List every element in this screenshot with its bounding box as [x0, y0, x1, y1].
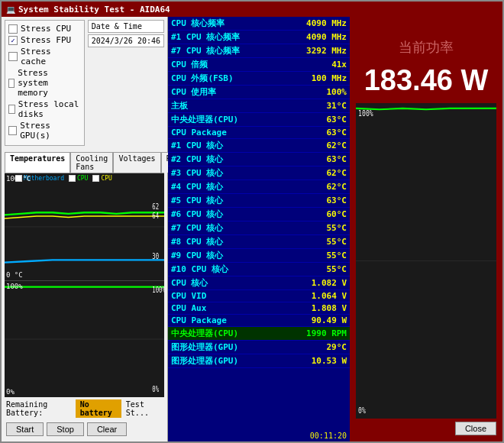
- svg-text:62: 62: [152, 201, 159, 211]
- row-label: #5 CPU 核心: [168, 194, 280, 208]
- row-label: #10 CPU 核心: [168, 263, 280, 276]
- legend-cpu1-label: CPU: [77, 175, 88, 182]
- table-row: CPU 外频(FSB)100 MHz: [168, 72, 350, 86]
- row-value: 1.082 V: [280, 276, 350, 290]
- row-label: CPU VID: [168, 290, 280, 302]
- row-label: #7 CPU 核心: [168, 222, 280, 235]
- stress-gpu-row[interactable]: Stress GPU(s): [8, 121, 81, 141]
- table-row: #3 CPU 核心62°C: [168, 167, 350, 180]
- legend-cpu2-label: CPU: [101, 175, 111, 182]
- temperature-graph: ✓ Motherboard ✓ CPU ✓ CPU 100 °C 0 °C: [5, 173, 164, 281]
- stress-disks-label: Stress local disks: [18, 99, 81, 119]
- row-label: #3 CPU 核心: [168, 167, 280, 180]
- table-row: 中央处理器(CPU)1990 RPM: [168, 327, 350, 341]
- stress-cpu-row[interactable]: Stress CPU: [8, 24, 81, 34]
- table-row: #5 CPU 核心63°C: [168, 194, 350, 208]
- row-value: 100%: [280, 86, 350, 99]
- table-row: #2 CPU 核心63°C: [168, 153, 350, 167]
- app-icon: 💻: [6, 5, 15, 14]
- stress-memory-label: Stress system memory: [18, 68, 80, 98]
- row-value: 31°C: [280, 99, 350, 113]
- row-label: 中央处理器(CPU): [168, 113, 280, 127]
- row-value: 3292 MHz: [280, 44, 350, 58]
- row-value: 1.064 V: [280, 290, 350, 302]
- stress-fpu-row[interactable]: Stress FPU: [8, 35, 81, 45]
- row-label: 主板: [168, 99, 280, 113]
- stress-cpu-checkbox[interactable]: [8, 24, 18, 34]
- usage-graph-svg: 100% 0%: [5, 281, 164, 397]
- window-title: System Stability Test - AIDA64: [18, 5, 170, 15]
- date-time-label: Date & Time: [88, 20, 164, 33]
- start-button[interactable]: Start: [6, 422, 44, 436]
- row-label: CPU 使用率: [168, 86, 280, 99]
- table-row: #1 CPU 核心频率4090 MHz: [168, 31, 350, 44]
- graph2-top-label: 100%: [6, 283, 23, 290]
- stress-disks-row[interactable]: Stress local disks: [8, 99, 81, 119]
- table-row: CPU Package63°C: [168, 127, 350, 139]
- table-row: CPU 使用率100%: [168, 86, 350, 99]
- legend-cpu1: ✓ CPU: [69, 175, 88, 182]
- power-label: 当前功率: [399, 38, 454, 57]
- table-row: CPU Package90.49 W: [168, 315, 350, 327]
- stress-fpu-checkbox[interactable]: [8, 36, 18, 45]
- table-row: CPU 倍频41x: [168, 58, 350, 72]
- clear-button[interactable]: Clear: [87, 422, 127, 436]
- stress-disks-checkbox[interactable]: [8, 105, 15, 114]
- row-value: 4090 MHz: [280, 31, 350, 44]
- data-panel: CPU 核心频率4090 MHz#1 CPU 核心频率4090 MHz#7 CP…: [168, 17, 350, 441]
- row-label: #1 CPU 核心频率: [168, 31, 280, 44]
- table-row: CPU 核心1.082 V: [168, 276, 350, 290]
- table-row: CPU VID1.064 V: [168, 290, 350, 302]
- row-label: #7 CPU 核心频率: [168, 44, 280, 58]
- row-value: 29°C: [280, 341, 350, 354]
- stress-gpu-checkbox[interactable]: [8, 126, 17, 135]
- timer-bottom: 00:11:20: [168, 430, 350, 441]
- date-time-value: 2024/3/26 20:46: [88, 34, 164, 47]
- legend-cpu2-cb[interactable]: ✓: [92, 175, 99, 182]
- stress-memory-row[interactable]: Stress system memory: [8, 68, 81, 98]
- title-bar: 💻 System Stability Test - AIDA64: [2, 2, 502, 17]
- power-value: 183.46 W: [364, 64, 489, 97]
- row-label: #6 CPU 核心: [168, 208, 280, 222]
- row-label: #8 CPU 核心: [168, 235, 280, 249]
- row-value: 62°C: [280, 180, 350, 194]
- graph1-top-label: 100 °C: [6, 175, 31, 183]
- row-value: 100 MHz: [280, 72, 350, 86]
- tab-voltages[interactable]: Voltages: [113, 152, 160, 173]
- tabs-row: Temperatures Cooling Fans Voltages Power…: [5, 152, 164, 173]
- stress-cache-row[interactable]: Stress cache: [8, 47, 81, 66]
- tab-cooling-fans[interactable]: Cooling Fans: [70, 152, 113, 173]
- row-value: 10.53 W: [280, 354, 350, 368]
- tab-temperatures[interactable]: Temperatures: [5, 152, 70, 173]
- row-label: CPU Aux: [168, 302, 280, 315]
- row-value: 60°C: [280, 208, 350, 222]
- row-label: 图形处理器(GPU): [168, 354, 280, 368]
- table-row: #4 CPU 核心62°C: [168, 180, 350, 194]
- row-value: 55°C: [280, 263, 350, 276]
- bottom-controls: Remaining Battery: No battery Test St...: [5, 397, 164, 420]
- right-panel: 当前功率 183.46 W 100% 0% Close: [350, 17, 502, 441]
- graph1-bottom-label: 0 °C: [6, 271, 23, 279]
- row-value: 55°C: [280, 249, 350, 263]
- table-row: CPU Aux1.808 V: [168, 302, 350, 315]
- stress-memory-checkbox[interactable]: [8, 79, 15, 88]
- table-row: 图形处理器(GPU)10.53 W: [168, 354, 350, 368]
- stop-button[interactable]: Stop: [47, 422, 84, 436]
- table-row: #8 CPU 核心55°C: [168, 235, 350, 249]
- data-table: CPU 核心频率4090 MHz#1 CPU 核心频率4090 MHz#7 CP…: [168, 17, 350, 368]
- table-row: 中央处理器(CPU)63°C: [168, 113, 350, 127]
- row-label: #1 CPU 核心: [168, 139, 280, 153]
- row-value: 1.808 V: [280, 302, 350, 315]
- stress-cache-checkbox[interactable]: [8, 52, 18, 61]
- remaining-battery-label: Remaining Battery:: [6, 400, 73, 417]
- row-label: 图形处理器(GPU): [168, 341, 280, 354]
- row-label: CPU 外频(FSB): [168, 72, 280, 86]
- row-value: 41x: [280, 58, 350, 72]
- table-row: CPU 核心频率4090 MHz: [168, 17, 350, 31]
- legend-cpu1-cb[interactable]: ✓: [69, 175, 76, 182]
- row-label: #9 CPU 核心: [168, 249, 280, 263]
- table-row: #7 CPU 核心55°C: [168, 222, 350, 235]
- stress-cache-label: Stress cache: [21, 47, 81, 66]
- close-button[interactable]: Close: [455, 422, 496, 435]
- row-label: 中央处理器(CPU): [168, 327, 280, 341]
